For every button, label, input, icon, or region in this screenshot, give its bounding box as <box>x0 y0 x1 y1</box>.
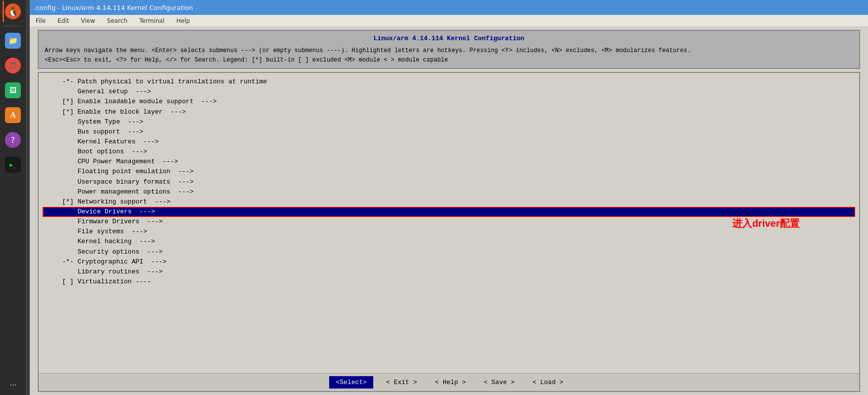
menu-item-patch[interactable]: -*- Patch physical to virtual translatio… <box>39 77 859 87</box>
taskbar-divider <box>4 26 22 26</box>
taskbar-icon-photos[interactable]: 🖼 <box>2 80 23 101</box>
kconfig-header: Linux/arm 4.14.114 Kernel Configuration … <box>38 30 860 69</box>
taskbar-ubuntu-button[interactable]: 🐧 <box>2 1 23 22</box>
menu-item-bus-support[interactable]: Bus support ---> <box>39 127 859 137</box>
menu-item-file-systems[interactable]: File systems ---> <box>39 227 859 237</box>
kconfig-title: Linux/arm 4.14.114 Kernel Configuration <box>45 34 853 44</box>
menu-item-userspace-binary[interactable]: Userspace binary formats ---> <box>39 177 859 187</box>
menu-item-system-type[interactable]: System Type ---> <box>39 117 859 127</box>
menu-item-cryptographic-api[interactable]: -*- Cryptographic API ---> <box>39 257 859 267</box>
kconfig-exit-button[interactable]: < Exit > <box>381 377 422 388</box>
menu-item-device-drivers[interactable]: Device Drivers ---> <box>43 207 855 217</box>
menu-item-kernel-hacking[interactable]: Kernel hacking ---> <box>39 237 859 247</box>
kconfig-help-button[interactable]: < Help > <box>430 377 470 388</box>
menu-item-kernel-features[interactable]: Kernel Features ---> <box>39 137 859 147</box>
taskbar-bottom: ··· <box>0 380 26 390</box>
kconfig-save-button[interactable]: < Save > <box>479 377 520 388</box>
menu-item-power-management[interactable]: Power management options ---> <box>39 187 859 197</box>
desktop: 🐧 📁 🎵 🖼 A ? ▶_ ··· .config - Linux/arm 4… <box>0 0 868 395</box>
kconfig-help-line1: Arrow keys navigate the menu. <Enter> se… <box>45 46 853 56</box>
menu-help[interactable]: Help <box>174 16 192 25</box>
kconfig-area: Linux/arm 4.14.114 Kernel Configuration … <box>30 27 868 395</box>
menu-file[interactable]: File <box>34 16 48 25</box>
menu-item-firmware-drivers[interactable]: Firmware Drivers ---> <box>39 217 859 227</box>
menu-terminal[interactable]: Terminal <box>137 16 167 25</box>
terminal-window: .config - Linux/arm 4.14.114 Kernel Conf… <box>30 0 868 395</box>
menu-edit[interactable]: Edit <box>56 16 71 25</box>
menu-item-cpu-power[interactable]: CPU Power Management ---> <box>39 157 859 167</box>
menu-item-virtualization[interactable]: [ ] Virtualization ---- <box>39 277 859 287</box>
taskbar-icon-softcenter[interactable]: A <box>2 105 23 126</box>
taskbar-icon-help[interactable]: ? <box>2 130 23 150</box>
taskbar: 🐧 📁 🎵 🖼 A ? ▶_ ··· <box>0 0 26 395</box>
menu-item-floating-point[interactable]: Floating point emulation ---> <box>39 167 859 177</box>
taskbar-icon-terminal[interactable]: ▶_ <box>2 154 23 175</box>
menu-item-general-setup[interactable]: General setup ---> <box>39 87 859 97</box>
kconfig-select-button[interactable]: <Select> <box>329 376 373 389</box>
kconfig-menu[interactable]: -*- Patch physical to virtual translatio… <box>39 73 859 373</box>
kconfig-load-button[interactable]: < Load > <box>527 377 568 388</box>
menu-item-library-routines[interactable]: Library routines ---> <box>39 267 859 277</box>
terminal-titlebar: .config - Linux/arm 4.14.114 Kernel Conf… <box>30 0 868 15</box>
taskbar-icon-music[interactable]: 🎵 <box>2 55 23 76</box>
kconfig-main-box: -*- Patch physical to virtual translatio… <box>38 72 860 392</box>
kconfig-help-line2: <Esc><Esc> to exit, <?> for Help, </> fo… <box>45 56 853 65</box>
menu-item-loadable-module[interactable]: [*] Enable loadable module support ---> <box>39 97 859 107</box>
kconfig-bottom-buttons: <Select> < Exit > < Help > < Save > < Lo… <box>39 373 859 391</box>
menu-item-networking[interactable]: [*] Networking support ---> <box>39 197 859 207</box>
menu-item-security-options[interactable]: Security options ---> <box>39 247 859 257</box>
taskbar-more-apps[interactable]: ··· <box>9 380 16 390</box>
menu-view[interactable]: View <box>79 16 97 25</box>
menu-search[interactable]: Search <box>105 16 129 25</box>
terminal-title: .config - Linux/arm 4.14.114 Kernel Conf… <box>34 4 193 11</box>
menu-item-boot-options[interactable]: Boot options ---> <box>39 147 859 157</box>
terminal-menubar: File Edit View Search Terminal Help <box>30 15 868 27</box>
menu-item-block-layer[interactable]: [*] Enable the block layer ---> <box>39 107 859 117</box>
taskbar-icon-files[interactable]: 📁 <box>2 30 23 51</box>
